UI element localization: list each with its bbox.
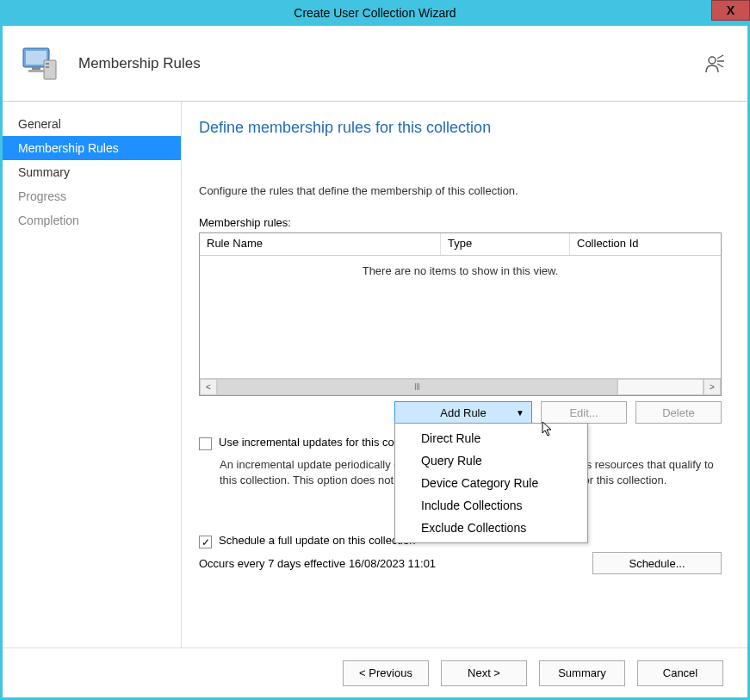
scroll-spacer bbox=[617, 379, 704, 395]
grid-header: Rule Name Type Collection Id bbox=[200, 233, 721, 256]
dropdown-item-label: Query Rule bbox=[421, 454, 482, 468]
delete-label: Delete bbox=[662, 406, 695, 419]
schedule-button-label: Schedule... bbox=[629, 557, 685, 570]
rule-buttons-row: Add Rule ▼ Direct Rule Query Rule Device… bbox=[199, 401, 722, 424]
user-icon bbox=[704, 53, 726, 78]
schedule-label: Schedule a full update on this collectio… bbox=[219, 534, 415, 547]
svg-rect-1 bbox=[26, 51, 46, 65]
rules-label: Membership rules: bbox=[199, 216, 722, 229]
add-rule-label: Add Rule bbox=[440, 406, 486, 419]
wizard-body: General Membership Rules Summary Progres… bbox=[3, 102, 747, 647]
edit-label: Edit... bbox=[569, 406, 598, 419]
dropdown-item-label: Include Collections bbox=[421, 499, 523, 512]
sidebar-item-summary[interactable]: Summary bbox=[3, 160, 181, 184]
cancel-button[interactable]: Cancel bbox=[637, 660, 723, 686]
sidebar-item-label: Summary bbox=[18, 165, 70, 179]
sidebar-item-label: Completion bbox=[18, 214, 79, 227]
dropdown-exclude-collections[interactable]: Exclude Collections bbox=[395, 517, 587, 539]
column-type[interactable]: Type bbox=[441, 233, 570, 255]
column-rule-name[interactable]: Rule Name bbox=[200, 233, 441, 255]
grid-body: There are no items to show in this view. bbox=[200, 256, 721, 378]
window-body: Membership Rules General Membership Rule… bbox=[0, 26, 750, 700]
dropdown-direct-rule[interactable]: Direct Rule bbox=[395, 427, 587, 449]
delete-button[interactable]: Delete bbox=[635, 401, 722, 424]
svg-rect-6 bbox=[28, 70, 44, 72]
add-rule-dropdown: Direct Rule Query Rule Device Category R… bbox=[394, 423, 588, 543]
sidebar: General Membership Rules Summary Progres… bbox=[3, 102, 182, 647]
next-button[interactable]: Next > bbox=[441, 660, 527, 686]
rules-grid: Rule Name Type Collection Id There are n… bbox=[199, 232, 722, 396]
sidebar-item-membership-rules[interactable]: Membership Rules bbox=[3, 136, 181, 160]
summary-label: Summary bbox=[558, 666, 606, 679]
sidebar-item-label: General bbox=[18, 117, 61, 131]
sidebar-item-completion[interactable]: Completion bbox=[3, 208, 181, 232]
scroll-right-arrow[interactable]: > bbox=[704, 379, 721, 395]
wizard-header: Membership Rules bbox=[3, 26, 747, 102]
previous-label: < Previous bbox=[359, 666, 412, 679]
dropdown-query-rule[interactable]: Query Rule bbox=[395, 449, 587, 472]
titlebar: Create User Collection Wizard X bbox=[0, 0, 750, 26]
close-button[interactable]: X bbox=[711, 0, 750, 21]
previous-button[interactable]: < Previous bbox=[343, 660, 429, 686]
schedule-button[interactable]: Schedule... bbox=[592, 552, 722, 574]
sidebar-item-progress[interactable]: Progress bbox=[3, 184, 181, 208]
wizard-footer: < Previous Next > Summary Cancel bbox=[3, 647, 747, 697]
dropdown-include-collections[interactable]: Include Collections bbox=[395, 494, 587, 517]
dropdown-item-label: Direct Rule bbox=[421, 431, 480, 445]
dropdown-item-label: Device Category Rule bbox=[421, 476, 538, 490]
add-rule-button[interactable]: Add Rule ▼ bbox=[394, 401, 532, 424]
cancel-label: Cancel bbox=[663, 666, 697, 679]
main-panel: Define membership rules for this collect… bbox=[182, 102, 747, 647]
monitor-icon bbox=[20, 43, 61, 84]
sidebar-item-label: Progress bbox=[18, 189, 66, 203]
dropdown-item-label: Exclude Collections bbox=[421, 521, 526, 535]
schedule-occurs-text: Occurs every 7 days effective 16/08/2023… bbox=[199, 557, 436, 570]
svg-rect-5 bbox=[32, 67, 40, 70]
schedule-details-row: Occurs every 7 days effective 16/08/2023… bbox=[199, 552, 722, 574]
close-icon: X bbox=[727, 3, 735, 17]
svg-rect-3 bbox=[46, 63, 49, 65]
chevron-down-icon: ▼ bbox=[516, 408, 524, 418]
schedule-checkbox[interactable]: ✓ bbox=[199, 536, 212, 548]
column-collection-id[interactable]: Collection Id bbox=[570, 233, 721, 255]
scroll-left-arrow[interactable]: < bbox=[200, 379, 217, 395]
edit-button[interactable]: Edit... bbox=[541, 401, 627, 424]
next-label: Next > bbox=[468, 666, 500, 679]
svg-rect-4 bbox=[46, 66, 49, 68]
instruction-text: Configure the rules that define the memb… bbox=[199, 184, 722, 197]
summary-button[interactable]: Summary bbox=[539, 660, 625, 686]
grid-horizontal-scrollbar[interactable]: < lll > bbox=[200, 378, 721, 395]
page-heading: Define membership rules for this collect… bbox=[199, 119, 722, 137]
sidebar-item-general[interactable]: General bbox=[3, 112, 181, 136]
empty-message: There are no items to show in this view. bbox=[363, 264, 559, 277]
svg-point-7 bbox=[709, 57, 716, 64]
dropdown-device-category-rule[interactable]: Device Category Rule bbox=[395, 472, 587, 494]
incremental-checkbox[interactable] bbox=[199, 437, 212, 450]
sidebar-item-label: Membership Rules bbox=[18, 141, 119, 155]
window-title: Create User Collection Wizard bbox=[294, 6, 456, 20]
scroll-track[interactable]: lll bbox=[217, 379, 617, 395]
header-title: Membership Rules bbox=[78, 55, 201, 72]
